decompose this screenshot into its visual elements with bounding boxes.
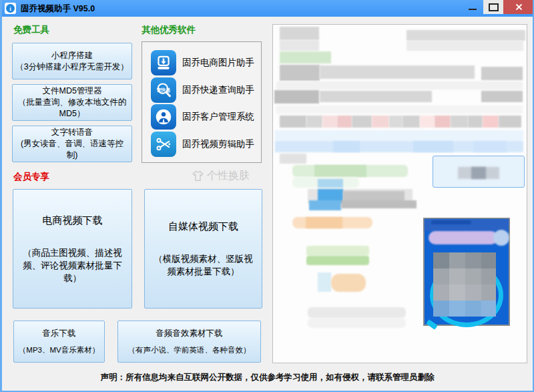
soft-item-label: 固乔电商图片助手	[182, 57, 254, 69]
button-title: 自媒体视频下载	[168, 220, 238, 232]
button-desc: （批量查询、修改本地文件的MD5）	[15, 97, 129, 120]
maximize-icon	[489, 3, 499, 11]
minimize-button[interactable]	[461, 0, 483, 14]
mosaic-block	[465, 268, 481, 284]
mosaic-block	[465, 252, 481, 268]
mosaic-block	[433, 284, 449, 301]
button-title: 文字转语音	[51, 127, 93, 138]
button-desc: （商品主图视频、描述视频、评论视频素材批量下载）	[18, 246, 127, 284]
app-window: 固乔视频助手 V95.0 免费工具 小程序搭建 （3分钟搭建小程序无需开发） 文…	[0, 0, 534, 392]
self-media-video-download-button[interactable]: 自媒体视频下载 （横版视频素材、竖版视频素材批量下载）	[144, 189, 262, 309]
window-title: 固乔视频助手 V95.0	[21, 3, 95, 15]
mosaic-block	[274, 90, 319, 104]
mosaic-block	[499, 116, 521, 128]
mosaic-block	[435, 116, 451, 128]
mini-program-build-button[interactable]: 小程序搭建 （3分钟搭建小程序无需开发）	[12, 43, 132, 79]
soft-item-label: 固乔客户管理系统	[182, 111, 254, 123]
mosaic-block	[481, 268, 496, 284]
button-title: 小程序搭建	[51, 50, 93, 61]
mosaic-block	[314, 165, 366, 177]
button-title: 音频音效素材下载	[156, 328, 223, 339]
mosaic-block	[449, 252, 465, 268]
mosaic-block	[481, 91, 523, 102]
mosaic-block	[407, 30, 525, 41]
skin-change-link[interactable]: 个性换肤	[192, 169, 250, 183]
close-icon	[515, 3, 523, 11]
mosaic-block	[320, 65, 475, 79]
button-desc: （横版视频素材、竖版视频素材批量下载）	[150, 252, 257, 278]
free-tools-heading: 免费工具	[13, 24, 49, 36]
mosaic-block	[280, 40, 319, 51]
mosaic-block	[465, 284, 481, 301]
mosaic-block	[481, 301, 496, 317]
button-desc: （MP3、MV音乐素材）	[19, 345, 99, 355]
mosaic-block	[318, 179, 343, 188]
app-logo-icon	[5, 3, 16, 14]
button-title: 音乐下载	[43, 328, 76, 339]
mosaic-block	[420, 116, 435, 128]
tshirt-icon	[192, 170, 204, 182]
audio-sfx-download-button[interactable]: 音频音效素材下载 （有声小说、学前英语、各种音效）	[117, 321, 261, 363]
mosaic-block	[341, 200, 417, 208]
mosaic-block	[481, 252, 496, 268]
scissors-icon	[151, 132, 176, 157]
mosaic-block	[407, 41, 523, 51]
vip-heading: 会员专享	[13, 171, 49, 183]
mosaic-block	[318, 272, 331, 292]
mosaic-block	[433, 301, 449, 317]
mosaic-block	[431, 220, 471, 224]
mosaic-block	[493, 230, 509, 246]
mosaic-block	[481, 67, 523, 80]
right-panel-mosaic	[272, 24, 527, 363]
button-title: 电商视频下载	[43, 214, 103, 226]
skin-change-label: 个性换肤	[207, 169, 250, 183]
mosaic-block	[320, 91, 432, 102]
music-download-button[interactable]: 音乐下载 （MP3、MV音乐素材）	[13, 321, 105, 363]
soft-item-video-edit[interactable]: 固乔视频剪辑助手	[142, 132, 261, 157]
mosaic-block	[280, 154, 306, 164]
title-bar: 固乔视频助手 V95.0	[0, 0, 534, 17]
soft-item-customer-management[interactable]: 固乔客户管理系统	[142, 104, 261, 130]
mosaic-block	[306, 116, 322, 128]
mosaic-block	[333, 141, 360, 152]
express-search-icon: 查快递	[151, 77, 176, 103]
mosaic-block	[433, 252, 449, 268]
button-desc: （3分钟搭建小程序无需开发）	[15, 61, 128, 73]
mosaic-block	[337, 116, 352, 128]
file-md5-manager-button[interactable]: 文件MD5管理器 （批量查询、修改本地文件的MD5）	[12, 84, 132, 121]
ecommerce-video-download-button[interactable]: 电商视频下载 （商品主图视频、描述视频、评论视频素材批量下载）	[13, 189, 132, 309]
mosaic-block	[449, 301, 465, 317]
button-desc: （有声小说、学前英语、各种音效）	[128, 345, 251, 355]
soft-item-express-query[interactable]: 查快递 固乔快递查询助手	[142, 77, 261, 103]
mosaic-block	[280, 27, 319, 40]
customer-icon	[151, 104, 176, 130]
maximize-button[interactable]	[483, 0, 503, 14]
mosaic-block	[483, 116, 499, 128]
other-software-heading: 其他优秀软件	[142, 24, 196, 36]
minimize-icon	[469, 9, 477, 10]
mosaic-block	[433, 268, 449, 284]
mosaic-block	[473, 141, 507, 152]
mosaic-block	[331, 274, 366, 292]
mosaic-block	[449, 284, 465, 301]
mosaic-block	[413, 141, 453, 152]
mosaic-block	[468, 116, 483, 128]
mosaic-block	[429, 231, 498, 244]
soft-item-label: 固乔快递查询助手	[182, 84, 254, 96]
mosaic-block	[372, 116, 389, 128]
mosaic-block	[276, 81, 523, 89]
text-to-speech-button[interactable]: 文字转语音 (男女读音、音调、语速等控制)	[12, 126, 132, 162]
close-button[interactable]	[503, 0, 534, 14]
mosaic-block	[306, 256, 369, 265]
mosaic-block	[275, 130, 523, 141]
soft-item-ecommerce-image[interactable]: 固乔电商图片助手	[142, 50, 261, 75]
mosaic-block	[276, 106, 523, 114]
mosaic-block	[309, 200, 341, 210]
other-software-box: 固乔电商图片助手 查快递 固乔快递查询助手 固乔客户管理系统	[142, 41, 262, 163]
mosaic-block	[322, 116, 337, 128]
soft-item-label: 固乔视频剪辑助手	[182, 138, 254, 150]
mosaic-block	[389, 116, 403, 128]
mosaic-block	[465, 301, 481, 317]
mosaic-block	[471, 167, 486, 179]
button-title: 文件MD5管理器	[43, 85, 102, 97]
